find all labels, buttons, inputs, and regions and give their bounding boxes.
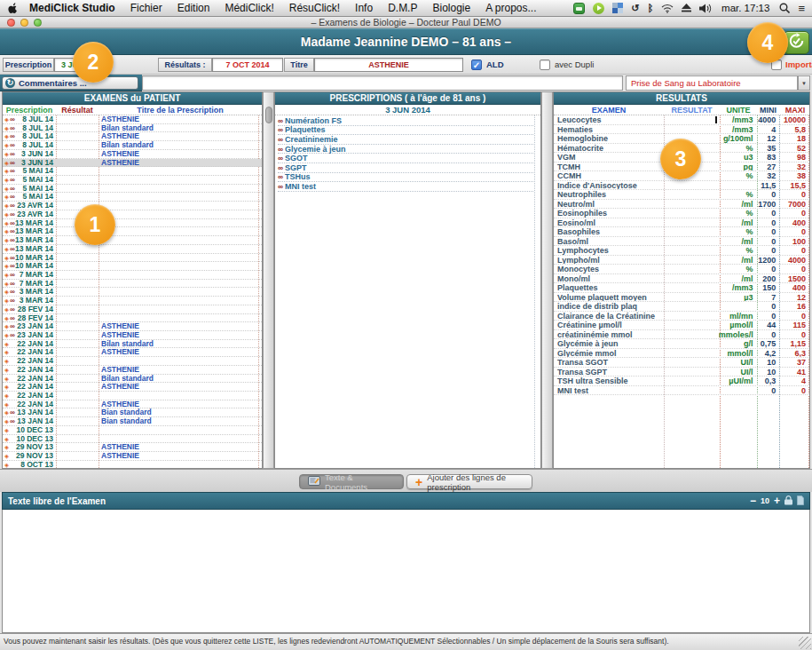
result-row[interactable]: indice de distrib plaq016 <box>554 302 809 312</box>
volume-icon[interactable] <box>699 2 712 14</box>
prescription-item[interactable]: ∞SGOT <box>278 154 533 163</box>
result-value-cell[interactable] <box>663 283 719 292</box>
result-row[interactable]: Baso/ml/ml0100 <box>554 237 809 247</box>
result-row[interactable]: Lymphocytes%00 <box>554 246 809 256</box>
result-value-cell[interactable] <box>663 358 719 367</box>
result-value-cell[interactable] <box>663 274 719 283</box>
menu-item-biologie[interactable]: Biologie <box>432 2 470 14</box>
results-date-field[interactable]: 7 OCT 2014 <box>212 58 283 72</box>
result-value-cell[interactable] <box>663 265 719 273</box>
tab-texte-documents[interactable]: Texte & Documents <box>299 474 404 489</box>
comments-button[interactable]: ↻ Commentaires ... <box>2 76 138 90</box>
menu-item-d-m-p[interactable]: D.M.P <box>388 2 417 14</box>
menu-item-r-suclick[interactable]: RésuClick! <box>289 2 340 14</box>
result-value-cell[interactable] <box>663 321 719 329</box>
spotlight-search-icon[interactable] <box>779 2 790 14</box>
result-value-cell[interactable] <box>663 339 719 348</box>
prescription-item[interactable]: ∞TSHus <box>278 173 533 183</box>
result-row[interactable]: Eosinophiles%00 <box>554 209 809 218</box>
result-row[interactable]: Neutro/ml/ml17007000 <box>554 200 809 210</box>
menu-item-info[interactable]: Info <box>355 2 373 14</box>
result-value-cell[interactable] <box>663 237 719 246</box>
prescription-item[interactable]: ∞SGPT <box>278 163 533 173</box>
result-row[interactable]: Leucocytes/mm3400010000 <box>554 115 809 125</box>
result-row[interactable]: Transa SGOTUI/l1037 <box>554 358 809 368</box>
ald-checkbox[interactable]: ✓ <box>471 59 482 70</box>
result-value-cell[interactable] <box>663 386 719 395</box>
result-row[interactable]: Glycémie mmolmmol/l4,26,3 <box>554 349 809 359</box>
result-value-cell[interactable] <box>663 368 719 377</box>
resize-grip[interactable] <box>799 637 811 649</box>
result-row[interactable]: Glycémie à jeung/l0,751,15 <box>554 339 809 349</box>
free-text-area[interactable] <box>2 510 810 633</box>
font-smaller-button[interactable]: − <box>750 495 756 506</box>
result-value-cell[interactable] <box>663 377 719 385</box>
result-value-cell[interactable] <box>663 115 719 124</box>
avec-dupli-checkbox[interactable] <box>540 59 550 70</box>
result-value-cell[interactable] <box>663 246 719 255</box>
result-value-cell[interactable] <box>663 200 719 209</box>
result-row[interactable]: Monocytes%00 <box>554 265 809 274</box>
result-row[interactable]: Volume plaquett moyenµ3712 <box>554 293 809 303</box>
result-value-cell[interactable] <box>663 181 719 190</box>
menu-item-app-name[interactable]: MediClick Studio <box>29 2 115 14</box>
exams-scrollbar[interactable] <box>263 91 274 469</box>
menu-item-m-diclick[interactable]: MédiClick! <box>225 2 273 14</box>
result-value-cell[interactable] <box>663 190 719 199</box>
result-row[interactable]: Transa SGPTUI/l1041 <box>554 368 809 377</box>
sample-dropdown-arrow-icon[interactable]: ▼ <box>798 75 810 91</box>
otp-app-icon[interactable] <box>573 3 585 14</box>
menu-item-fichier[interactable]: Fichier <box>130 2 162 14</box>
prescription-item[interactable]: ∞Plaquettes <box>278 126 533 136</box>
menu-item-edition[interactable]: Edition <box>177 2 210 14</box>
result-row[interactable]: Eosino/ml/ml0400 <box>554 218 809 228</box>
result-row[interactable]: Indice d'Anisocytose11,515,5 <box>554 181 809 191</box>
sample-type-dropdown[interactable]: Prise de Sang au Laboratoire <box>626 75 798 91</box>
result-row[interactable]: Basophiles%00 <box>554 227 809 237</box>
result-value-cell[interactable] <box>663 293 719 302</box>
result-value-cell[interactable] <box>663 256 719 265</box>
page-icon[interactable] <box>797 493 804 509</box>
result-value-cell[interactable] <box>663 302 719 311</box>
result-value-cell[interactable] <box>663 218 719 227</box>
result-row[interactable]: créatininémie mmolmmoles/l00 <box>554 330 809 340</box>
comments-input[interactable] <box>142 75 623 91</box>
apple-menu-icon[interactable] <box>7 3 17 14</box>
result-value-cell[interactable] <box>663 349 719 358</box>
result-value-cell[interactable] <box>663 312 719 321</box>
prescription-item[interactable]: ∞Numération FS <box>278 116 533 126</box>
lock-icon[interactable] <box>784 493 792 509</box>
result-row[interactable]: Mono/ml/ml2001500 <box>554 274 809 284</box>
result-value-cell[interactable] <box>663 330 719 339</box>
play-app-icon[interactable] <box>593 3 604 14</box>
wifi-icon[interactable] <box>661 2 674 14</box>
eject-icon[interactable] <box>682 2 691 14</box>
result-value-cell[interactable] <box>663 227 719 236</box>
result-row[interactable]: TSH ultra SensibleµUI/ml0,34 <box>554 377 809 386</box>
grid-app-icon[interactable] <box>612 3 623 13</box>
menu-item-a-propos[interactable]: A propos... <box>485 2 536 14</box>
prescription-item[interactable]: ∞Creatininemie <box>278 135 533 145</box>
result-value-cell[interactable] <box>663 209 719 218</box>
bluetooth-icon[interactable]: ᛒ <box>647 2 653 14</box>
exams-scrollbar-thumb[interactable] <box>265 107 272 123</box>
time-machine-icon[interactable]: ↺ <box>631 2 639 14</box>
font-larger-button[interactable]: + <box>774 495 780 506</box>
result-maxi: 0 <box>777 386 809 395</box>
result-row[interactable]: Plaquettes/mm3150400 <box>554 283 809 293</box>
exam-row[interactable]: ◈8 OCT 13 <box>3 461 262 468</box>
menu-clock[interactable]: mar. 17:13 <box>721 3 769 13</box>
result-row[interactable]: Neutrophiles%00 <box>554 190 809 200</box>
notification-list-icon[interactable]: ≡ <box>798 2 805 14</box>
result-value-cell[interactable] <box>663 125 719 134</box>
prescriptions-scrollbar[interactable] <box>541 91 553 469</box>
prescription-item[interactable]: ∞Glycemie à jeun <box>278 145 533 155</box>
prescription-item[interactable]: ∞MNI test <box>278 182 533 192</box>
result-row[interactable]: Hematies/mm345,8 <box>554 125 809 135</box>
result-row[interactable]: Clairance de la Créatinineml/mn00 <box>554 312 809 321</box>
tab-ajouter-lignes[interactable]: + Ajouter des lignes de prescription <box>406 474 532 489</box>
result-row[interactable]: Créatinine µmol/lµmol/l44115 <box>554 321 809 330</box>
result-row[interactable]: MNI test00 <box>554 386 809 396</box>
titre-field[interactable]: ASTHENIE <box>314 58 463 72</box>
result-row[interactable]: Lympho/ml/ml12004000 <box>554 256 809 266</box>
